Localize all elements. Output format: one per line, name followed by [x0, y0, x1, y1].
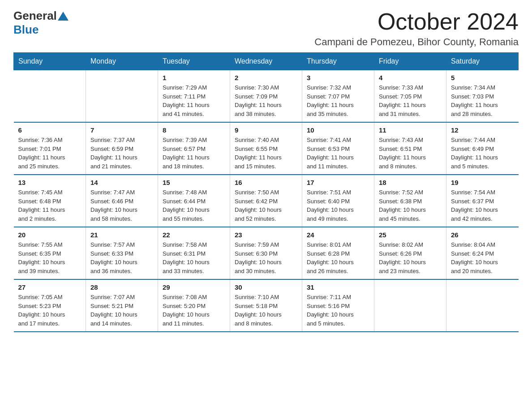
calendar-week-1: 1Sunrise: 7:29 AM Sunset: 7:11 PM Daylig… [14, 70, 519, 123]
day-info: Sunrise: 7:43 AM Sunset: 6:51 PM Dayligh… [379, 136, 442, 171]
day-info: Sunrise: 8:04 AM Sunset: 6:24 PM Dayligh… [451, 240, 514, 275]
day-info: Sunrise: 8:02 AM Sunset: 6:26 PM Dayligh… [379, 240, 442, 275]
calendar-cell: 3Sunrise: 7:32 AM Sunset: 7:07 PM Daylig… [302, 70, 374, 123]
day-info: Sunrise: 7:51 AM Sunset: 6:40 PM Dayligh… [307, 188, 369, 223]
calendar-cell: 1Sunrise: 7:29 AM Sunset: 7:11 PM Daylig… [158, 70, 230, 123]
month-title: October 2024 [314, 9, 519, 34]
day-number: 2 [235, 74, 297, 81]
day-number: 20 [18, 231, 82, 239]
day-info: Sunrise: 7:10 AM Sunset: 5:18 PM Dayligh… [235, 293, 297, 328]
calendar-cell: 2Sunrise: 7:30 AM Sunset: 7:09 PM Daylig… [230, 70, 302, 123]
calendar-cell: 29Sunrise: 7:08 AM Sunset: 5:20 PM Dayli… [158, 279, 230, 332]
calendar-cell: 31Sunrise: 7:11 AM Sunset: 5:16 PM Dayli… [302, 279, 374, 332]
day-number: 4 [379, 74, 442, 81]
calendar-cell: 16Sunrise: 7:50 AM Sunset: 6:42 PM Dayli… [230, 175, 302, 227]
calendar-cell: 25Sunrise: 8:02 AM Sunset: 6:26 PM Dayli… [374, 227, 446, 279]
calendar-cell [374, 279, 446, 332]
header-saturday: Saturday [446, 53, 519, 70]
logo-general-text: General [13, 9, 57, 23]
day-info: Sunrise: 7:40 AM Sunset: 6:55 PM Dayligh… [235, 136, 297, 171]
day-info: Sunrise: 7:57 AM Sunset: 6:33 PM Dayligh… [90, 240, 153, 275]
calendar-cell [86, 70, 158, 123]
day-info: Sunrise: 7:44 AM Sunset: 6:49 PM Dayligh… [451, 136, 514, 171]
day-info: Sunrise: 7:30 AM Sunset: 7:09 PM Dayligh… [235, 83, 297, 118]
day-number: 12 [451, 126, 514, 134]
day-info: Sunrise: 7:39 AM Sunset: 6:57 PM Dayligh… [163, 136, 225, 171]
day-number: 25 [379, 231, 442, 239]
day-info: Sunrise: 7:07 AM Sunset: 5:21 PM Dayligh… [90, 293, 153, 328]
calendar-cell: 10Sunrise: 7:41 AM Sunset: 6:53 PM Dayli… [302, 122, 374, 175]
day-number: 28 [90, 283, 153, 291]
day-number: 14 [90, 179, 153, 186]
day-info: Sunrise: 7:48 AM Sunset: 6:44 PM Dayligh… [163, 188, 225, 223]
calendar-cell: 6Sunrise: 7:36 AM Sunset: 7:01 PM Daylig… [14, 122, 86, 175]
calendar-cell: 22Sunrise: 7:58 AM Sunset: 6:31 PM Dayli… [158, 227, 230, 279]
calendar-week-3: 13Sunrise: 7:45 AM Sunset: 6:48 PM Dayli… [14, 175, 519, 227]
calendar-cell [14, 70, 86, 123]
day-number: 31 [307, 283, 369, 291]
calendar-week-4: 20Sunrise: 7:55 AM Sunset: 6:35 PM Dayli… [14, 227, 519, 279]
day-info: Sunrise: 7:41 AM Sunset: 6:53 PM Dayligh… [307, 136, 369, 171]
calendar-cell: 18Sunrise: 7:52 AM Sunset: 6:38 PM Dayli… [374, 175, 446, 227]
calendar-header-row: SundayMondayTuesdayWednesdayThursdayFrid… [14, 53, 519, 70]
day-number: 19 [451, 179, 514, 186]
calendar-cell: 26Sunrise: 8:04 AM Sunset: 6:24 PM Dayli… [446, 227, 519, 279]
day-number: 1 [163, 74, 225, 81]
day-info: Sunrise: 7:33 AM Sunset: 7:05 PM Dayligh… [379, 83, 442, 118]
calendar-cell: 8Sunrise: 7:39 AM Sunset: 6:57 PM Daylig… [158, 122, 230, 175]
header-wednesday: Wednesday [230, 53, 302, 70]
day-number: 6 [18, 126, 82, 134]
day-info: Sunrise: 7:29 AM Sunset: 7:11 PM Dayligh… [163, 83, 225, 118]
day-info: Sunrise: 7:59 AM Sunset: 6:30 PM Dayligh… [235, 240, 297, 275]
calendar-cell: 28Sunrise: 7:07 AM Sunset: 5:21 PM Dayli… [86, 279, 158, 332]
calendar-cell: 19Sunrise: 7:54 AM Sunset: 6:37 PM Dayli… [446, 175, 519, 227]
day-info: Sunrise: 7:34 AM Sunset: 7:03 PM Dayligh… [451, 83, 514, 118]
calendar-cell: 14Sunrise: 7:47 AM Sunset: 6:46 PM Dayli… [86, 175, 158, 227]
page-header: General Blue October 2024 Campani de Pom… [13, 9, 519, 48]
header-friday: Friday [374, 53, 446, 70]
header-monday: Monday [86, 53, 158, 70]
calendar-cell [446, 279, 519, 332]
header-thursday: Thursday [302, 53, 374, 70]
day-info: Sunrise: 7:47 AM Sunset: 6:46 PM Dayligh… [90, 188, 153, 223]
day-number: 23 [235, 231, 297, 239]
title-area: October 2024 Campani de Pomezeu, Bihor C… [314, 9, 519, 48]
logo-blue-text: Blue [13, 23, 39, 36]
day-number: 3 [307, 74, 369, 81]
day-info: Sunrise: 8:01 AM Sunset: 6:28 PM Dayligh… [307, 240, 369, 275]
day-number: 16 [235, 179, 297, 186]
calendar-cell: 12Sunrise: 7:44 AM Sunset: 6:49 PM Dayli… [446, 122, 519, 175]
calendar-cell: 24Sunrise: 8:01 AM Sunset: 6:28 PM Dayli… [302, 227, 374, 279]
calendar-cell: 15Sunrise: 7:48 AM Sunset: 6:44 PM Dayli… [158, 175, 230, 227]
day-number: 7 [90, 126, 153, 134]
day-number: 17 [307, 179, 369, 186]
day-info: Sunrise: 7:05 AM Sunset: 5:23 PM Dayligh… [18, 293, 82, 328]
day-number: 10 [307, 126, 369, 134]
calendar-cell: 7Sunrise: 7:37 AM Sunset: 6:59 PM Daylig… [86, 122, 158, 175]
logo-triangle-icon [58, 12, 69, 21]
location-subtitle: Campani de Pomezeu, Bihor County, Romani… [314, 36, 519, 48]
calendar-week-2: 6Sunrise: 7:36 AM Sunset: 7:01 PM Daylig… [14, 122, 519, 175]
day-info: Sunrise: 7:55 AM Sunset: 6:35 PM Dayligh… [18, 240, 82, 275]
calendar-cell: 27Sunrise: 7:05 AM Sunset: 5:23 PM Dayli… [14, 279, 86, 332]
day-info: Sunrise: 7:52 AM Sunset: 6:38 PM Dayligh… [379, 188, 442, 223]
day-info: Sunrise: 7:36 AM Sunset: 7:01 PM Dayligh… [18, 136, 82, 171]
day-info: Sunrise: 7:37 AM Sunset: 6:59 PM Dayligh… [90, 136, 153, 171]
day-number: 21 [90, 231, 153, 239]
day-number: 26 [451, 231, 514, 239]
calendar-cell: 30Sunrise: 7:10 AM Sunset: 5:18 PM Dayli… [230, 279, 302, 332]
day-number: 18 [379, 179, 442, 186]
calendar-cell: 13Sunrise: 7:45 AM Sunset: 6:48 PM Dayli… [14, 175, 86, 227]
calendar-cell: 11Sunrise: 7:43 AM Sunset: 6:51 PM Dayli… [374, 122, 446, 175]
calendar-week-5: 27Sunrise: 7:05 AM Sunset: 5:23 PM Dayli… [14, 279, 519, 332]
header-tuesday: Tuesday [158, 53, 230, 70]
day-info: Sunrise: 7:50 AM Sunset: 6:42 PM Dayligh… [235, 188, 297, 223]
day-number: 9 [235, 126, 297, 134]
day-info: Sunrise: 7:11 AM Sunset: 5:16 PM Dayligh… [307, 293, 369, 328]
calendar-cell: 21Sunrise: 7:57 AM Sunset: 6:33 PM Dayli… [86, 227, 158, 279]
calendar-cell: 17Sunrise: 7:51 AM Sunset: 6:40 PM Dayli… [302, 175, 374, 227]
logo: General Blue [13, 9, 69, 37]
day-info: Sunrise: 7:45 AM Sunset: 6:48 PM Dayligh… [18, 188, 82, 223]
day-number: 13 [18, 179, 82, 186]
calendar-cell: 4Sunrise: 7:33 AM Sunset: 7:05 PM Daylig… [374, 70, 446, 123]
